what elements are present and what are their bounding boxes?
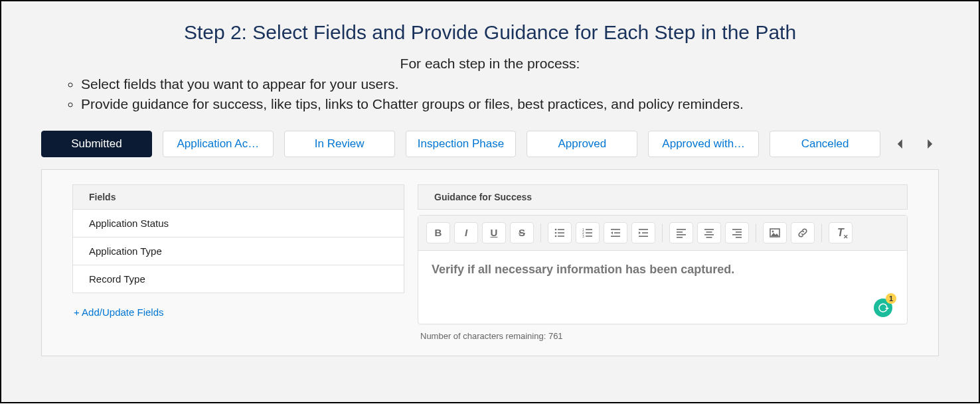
svg-rect-14 <box>611 236 620 237</box>
toolbar-separator <box>540 224 541 242</box>
tab-approved-with[interactable]: Approved with… <box>648 131 759 157</box>
scroll-right-button[interactable] <box>920 135 939 153</box>
svg-text:3: 3 <box>582 234 584 238</box>
scroll-left-button[interactable] <box>891 135 910 153</box>
numbered-list-icon: 123 <box>582 228 593 238</box>
tab-inspection-phase[interactable]: Inspection Phase <box>406 131 517 157</box>
svg-rect-20 <box>677 234 686 236</box>
bullet-list-icon <box>554 228 565 238</box>
svg-rect-23 <box>706 232 712 233</box>
guidance-text: Verify if all necessary information has … <box>432 263 894 277</box>
add-update-fields-link[interactable]: + Add/Update Fields <box>72 306 404 318</box>
svg-rect-9 <box>586 232 592 234</box>
svg-rect-15 <box>639 229 648 230</box>
bold-button[interactable]: B <box>426 222 450 243</box>
svg-rect-11 <box>586 236 592 237</box>
numbered-list-button[interactable]: 123 <box>576 222 600 243</box>
fields-header: Fields <box>72 184 404 210</box>
svg-rect-29 <box>736 237 742 238</box>
chevron-left-icon <box>896 139 905 149</box>
path-tabs: Submitted Application Ac… In Review Insp… <box>15 131 965 169</box>
svg-rect-25 <box>706 237 712 238</box>
align-center-button[interactable] <box>697 222 721 243</box>
toolbar-separator <box>821 224 822 242</box>
bold-icon: B <box>435 227 442 238</box>
toolbar-separator <box>756 224 756 242</box>
tab-in-review[interactable]: In Review <box>284 131 395 157</box>
intro-text: For each step in the process: <box>15 56 965 72</box>
align-left-icon <box>676 228 687 238</box>
bullet-list-button[interactable] <box>548 222 572 243</box>
indent-icon <box>638 228 649 238</box>
guidance-column: Guidance for Success B I U S <box>418 184 908 341</box>
svg-rect-17 <box>639 236 648 237</box>
tab-canceled[interactable]: Canceled <box>770 131 880 157</box>
svg-point-4 <box>555 236 557 237</box>
outdent-button[interactable] <box>604 222 627 243</box>
tab-submitted[interactable]: Submitted <box>41 131 152 157</box>
intro-bullet: Select fields that you want to appear fo… <box>81 74 965 94</box>
indent-button[interactable] <box>631 222 655 243</box>
svg-point-0 <box>555 229 557 231</box>
svg-rect-13 <box>614 232 620 234</box>
svg-point-31 <box>772 230 774 232</box>
char-count-label: Number of characters remaining: 761 <box>418 331 908 341</box>
svg-rect-5 <box>558 236 564 237</box>
page-container: Step 2: Select Fields and Provide Guidan… <box>0 0 980 403</box>
chevron-right-icon <box>925 139 934 149</box>
intro-bullets: Select fields that you want to appear fo… <box>54 74 965 115</box>
italic-button[interactable]: I <box>454 222 478 243</box>
align-right-icon <box>732 228 742 238</box>
outdent-icon <box>610 228 621 238</box>
svg-rect-21 <box>677 237 683 238</box>
intro-bullet: Provide guidance for success, like tips,… <box>81 94 965 114</box>
fields-column: Fields Application Status Application Ty… <box>72 184 404 341</box>
svg-rect-22 <box>704 229 714 230</box>
link-icon <box>797 228 808 238</box>
rte-toolbar: B I U S 123 <box>418 216 907 251</box>
svg-rect-12 <box>611 229 620 230</box>
step-config-panel: Fields Application Status Application Ty… <box>41 169 939 356</box>
italic-icon: I <box>465 227 467 238</box>
insert-link-button[interactable] <box>791 222 815 243</box>
rich-text-editor: B I U S 123 <box>418 215 908 324</box>
svg-rect-27 <box>736 232 742 233</box>
svg-point-2 <box>555 232 557 234</box>
svg-rect-18 <box>677 229 686 230</box>
field-item[interactable]: Application Type <box>72 237 404 265</box>
grammarly-badge: 1 <box>886 293 896 304</box>
svg-rect-3 <box>558 232 564 234</box>
svg-rect-26 <box>732 229 742 230</box>
field-item[interactable]: Record Type <box>72 265 404 293</box>
tab-approved[interactable]: Approved <box>527 131 637 157</box>
clear-formatting-button[interactable]: T✕ <box>829 222 853 243</box>
field-item[interactable]: Application Status <box>72 210 404 237</box>
clear-formatting-icon: T✕ <box>837 227 844 239</box>
align-center-icon <box>704 228 714 238</box>
svg-rect-1 <box>558 229 564 230</box>
grammarly-icon <box>877 302 889 314</box>
rte-content-area[interactable]: Verify if all necessary information has … <box>418 251 907 324</box>
svg-rect-16 <box>642 232 648 234</box>
svg-rect-19 <box>677 232 683 233</box>
page-title: Step 2: Select Fields and Provide Guidan… <box>15 21 965 44</box>
underline-button[interactable]: U <box>482 222 506 243</box>
tab-application-accepted[interactable]: Application Ac… <box>163 131 274 157</box>
strikethrough-button[interactable]: S <box>510 222 534 243</box>
underline-icon: U <box>491 227 498 238</box>
toolbar-separator <box>662 224 663 242</box>
svg-rect-24 <box>704 234 714 236</box>
strikethrough-icon: S <box>519 227 525 238</box>
align-left-button[interactable] <box>669 222 693 243</box>
insert-image-button[interactable] <box>763 222 787 243</box>
align-right-button[interactable] <box>725 222 749 243</box>
image-icon <box>770 228 780 238</box>
guidance-header: Guidance for Success <box>418 184 908 210</box>
grammarly-widget[interactable]: 1 <box>874 296 895 317</box>
svg-rect-7 <box>586 229 592 230</box>
svg-rect-28 <box>732 234 742 236</box>
